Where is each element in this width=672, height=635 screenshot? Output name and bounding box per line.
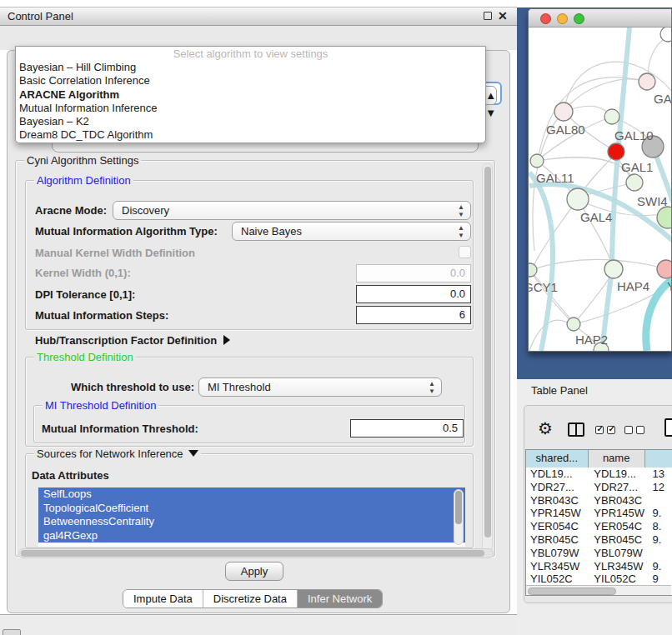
- algorithm-option[interactable]: Bayesian – Hill Climbing: [16, 61, 485, 74]
- control-panel-window: Control Panel ✕ Network Style Select Cyn…: [0, 0, 517, 635]
- manual-kernel-checkbox[interactable]: [459, 246, 471, 258]
- expander-right-icon: [223, 335, 230, 345]
- data-attribute-item[interactable]: TopologicalCoefficient: [38, 502, 465, 516]
- data-attributes-list[interactable]: SelfLoopsTopologicalCoefficientBetweenne…: [38, 488, 465, 547]
- table-cell: YDL19...: [588, 468, 644, 481]
- unchecked-box-icon: [636, 426, 644, 434]
- aracne-mode-combobox[interactable]: Discovery ▲▼: [113, 201, 471, 220]
- expander-down-icon[interactable]: [188, 450, 198, 457]
- algorithm-option[interactable]: Mutual Information Inference: [16, 102, 485, 115]
- column-header-name[interactable]: name: [589, 450, 645, 468]
- table-row[interactable]: YDL19...YDL19...13: [526, 468, 672, 481]
- network-node[interactable]: [567, 188, 589, 210]
- node-label: HAP2: [575, 332, 608, 347]
- apply-button[interactable]: Apply: [225, 562, 283, 581]
- table-row[interactable]: YDR27...YDR27...12: [526, 481, 672, 494]
- table-row[interactable]: YBR045CYBR045C9.: [526, 533, 672, 547]
- tab-label: Infer Network: [308, 590, 372, 608]
- scrollbar-thumb[interactable]: [484, 167, 491, 538]
- dpi-tolerance-input[interactable]: 0.0: [356, 285, 471, 303]
- algorithm-option[interactable]: Basic Correlation Inference: [16, 74, 485, 88]
- scrollbar-thumb[interactable]: [455, 491, 462, 524]
- node-label: GAL: [654, 92, 672, 106]
- mi-steps-label: Mutual Information Steps:: [35, 309, 168, 322]
- bottom-tab-group: Impute Data Discretize Data Infer Networ…: [123, 589, 383, 608]
- mi-steps-input[interactable]: 6: [356, 306, 471, 324]
- which-threshold-label: Which threshold to use:: [71, 381, 194, 393]
- control-panel-titlebar[interactable]: Control Panel: [0, 7, 517, 26]
- gear-icon[interactable]: ⚙: [538, 419, 553, 438]
- mi-type-combobox[interactable]: Naive Bayes ▲▼: [232, 222, 471, 241]
- network-node[interactable]: [529, 263, 537, 277]
- tab-infer-network[interactable]: Infer Network: [298, 590, 382, 608]
- network-node[interactable]: [604, 109, 619, 124]
- dpi-tolerance-label: DPI Tolerance [0,1]:: [35, 288, 135, 301]
- combobox-value: Discovery: [122, 204, 169, 217]
- column-header-shared-name[interactable]: shared...: [526, 450, 589, 468]
- table-row[interactable]: YIL052CYIL052C9: [526, 572, 672, 586]
- float-window-icon[interactable]: [484, 12, 492, 20]
- column-header-partial[interactable]: [645, 450, 672, 468]
- network-edge[interactable]: [539, 78, 647, 156]
- network-node[interactable]: [567, 318, 580, 331]
- network-edge[interactable]: [529, 320, 573, 351]
- data-attribute-item[interactable]: SelfLoops: [38, 488, 465, 502]
- network-node[interactable]: [530, 154, 544, 168]
- bottom-left-button[interactable]: [3, 629, 21, 635]
- algorithm-option[interactable]: ARACNE Algorithm: [16, 88, 485, 102]
- settings-horizontal-scrollbar[interactable]: [18, 548, 494, 558]
- settings-vertical-scrollbar[interactable]: [482, 163, 493, 552]
- close-icon[interactable]: ✕: [498, 9, 508, 22]
- table-row[interactable]: YBL079WYBL079W: [526, 547, 672, 560]
- mi-type-label: Mutual Information Algorithm Type:: [35, 225, 218, 238]
- table-cell: YPR145W: [526, 507, 588, 520]
- network-canvas[interactable]: GALGAL80GAL10GAL1GAL11SWI4GAL4GCY1HAP4YH…: [529, 28, 672, 352]
- which-threshold-combobox[interactable]: MI Threshold ▲▼: [198, 378, 442, 397]
- network-node[interactable]: [626, 174, 643, 191]
- zoom-traffic-light[interactable]: [574, 13, 584, 24]
- split-columns-icon[interactable]: [568, 422, 584, 437]
- network-node[interactable]: [639, 73, 655, 90]
- table-cell: 9.: [644, 507, 672, 520]
- network-node[interactable]: [657, 207, 672, 228]
- scrollbar-thumb[interactable]: [528, 588, 616, 595]
- table-cell: YBL079W: [526, 547, 588, 560]
- table-panel-title: Table Panel: [531, 384, 588, 397]
- network-node[interactable]: [604, 260, 623, 278]
- table-row[interactable]: YBR043CYBR043C: [526, 494, 672, 508]
- tab-impute-data[interactable]: Impute Data: [123, 590, 203, 608]
- table-cell: 8.: [644, 520, 672, 533]
- group-title: MI Threshold Definition: [43, 399, 158, 412]
- scrollbar-thumb[interactable]: [21, 550, 484, 557]
- table-cell: 9.: [644, 560, 672, 573]
- tab-discretize-data[interactable]: Discretize Data: [203, 590, 298, 608]
- network-node[interactable]: [608, 143, 624, 160]
- table-horizontal-scrollbar[interactable]: [526, 585, 671, 595]
- hub-definition-expander[interactable]: Hub/Transcription Factor Definition: [35, 334, 230, 347]
- hub-definition-label: Hub/Transcription Factor Definition: [35, 334, 217, 347]
- algorithm-option[interactable]: Dream8 DC_TDC Algorithm: [16, 128, 485, 142]
- network-node[interactable]: [660, 28, 672, 42]
- table-row[interactable]: YPR145WYPR145W9.: [526, 507, 672, 520]
- deselect-all-checkboxes-icon[interactable]: [624, 426, 644, 434]
- node-label: Y: [667, 279, 672, 293]
- network-view-window: GALGAL80GAL10GAL1GAL11SWI4GAL4GCY1HAP4YH…: [528, 8, 672, 352]
- network-node[interactable]: [554, 102, 573, 121]
- close-traffic-light[interactable]: [540, 13, 551, 24]
- table-cell: YPR145W: [588, 507, 644, 520]
- kernel-width-input[interactable]: 0.0: [356, 264, 471, 282]
- network-edge[interactable]: [564, 79, 647, 112]
- attributes-scrollbar[interactable]: [454, 489, 464, 545]
- network-window-titlebar[interactable]: [529, 9, 671, 28]
- data-attribute-item[interactable]: gal4RGexp: [38, 529, 465, 543]
- minimize-traffic-light[interactable]: [557, 13, 568, 24]
- algorithm-option[interactable]: Bayesian – K2: [16, 115, 485, 128]
- network-node[interactable]: [657, 260, 672, 278]
- select-all-checkboxes-icon[interactable]: [595, 426, 615, 434]
- table-cell: YBR043C: [526, 494, 588, 508]
- table-row[interactable]: YER054CYER054C8.: [526, 520, 672, 533]
- mi-threshold-input[interactable]: 0.5: [350, 419, 464, 438]
- data-attribute-item[interactable]: BetweennessCentrality: [38, 515, 465, 529]
- document-icon[interactable]: [664, 418, 672, 437]
- table-row[interactable]: YLR345WYLR345W9.: [526, 560, 672, 573]
